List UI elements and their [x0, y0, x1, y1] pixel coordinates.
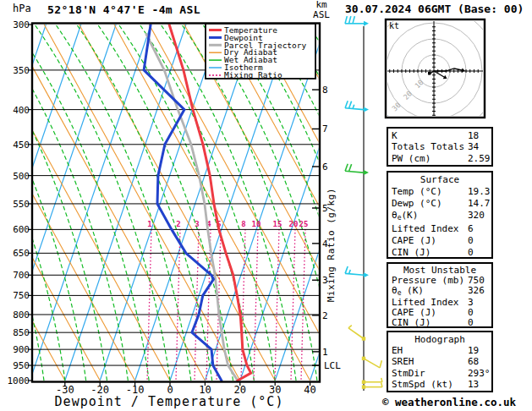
wind-barb-shaft: [364, 359, 380, 368]
panel-row-value: 293°: [468, 368, 491, 379]
panel-row-value: 13: [468, 379, 479, 390]
station-title: 52°18'N 4°47'E -4m ASL: [47, 3, 200, 16]
panel-row: CAPE (J)0: [392, 235, 491, 247]
mixing-ratio-axis-title: Mixing Ratio (g/kg): [326, 188, 337, 302]
panel-row-label: Temp (°C): [392, 186, 442, 197]
panel-box: K18Totals Totals34PW (cm)2.59: [387, 127, 493, 167]
panel-box: HodographEH19SREH68StmDir293°StmSpd (kt)…: [387, 331, 493, 392]
panel-row-label: StmDir: [392, 368, 425, 379]
wind-barb-feather: [349, 101, 352, 108]
wind-barb-shaft: [345, 108, 364, 110]
panel-row-label: CIN (J): [392, 247, 431, 258]
altitude-axis-unit-asl: ASL: [310, 10, 333, 20]
panel-title: Surface: [392, 174, 491, 186]
altitude-tick-label: 8: [322, 85, 328, 96]
hodograph-origin-marker: [428, 72, 431, 75]
mixing-ratio-line: [254, 229, 258, 381]
panel-row-label: SREH: [392, 356, 414, 367]
wind-barb-marker: [364, 272, 369, 277]
mixing-ratio-value-label: 10: [252, 220, 261, 228]
panel-row-label: θe (K): [392, 285, 424, 296]
panel-row-value: 2.59: [468, 153, 491, 164]
legend: TemperatureDewpointParcel TrajectoryDry …: [206, 24, 315, 79]
pressure-tick-label: 500: [13, 171, 30, 182]
mixing-ratio-value-label: 1: [147, 220, 151, 228]
wet-adiabat-line: [14, 25, 149, 381]
wind-barb-feather: [345, 266, 348, 273]
wind-barb-half-feather: [348, 326, 352, 328]
altitude-tick-label: 2: [322, 310, 328, 321]
wind-barb-feather: [345, 164, 348, 171]
wind-barb-marker: [362, 381, 365, 384]
wind-barb: [345, 101, 369, 112]
wind-barb-marker: [362, 357, 365, 360]
panel-row: EH19: [392, 345, 491, 356]
copyright: © weatheronline.co.uk: [382, 396, 516, 408]
legend-item-label: Mixing Ratio: [224, 70, 282, 79]
panel-row: θe(K)320: [392, 210, 491, 224]
mixing-ratio-value-label: 25: [299, 220, 309, 228]
wind-barb-feather: [349, 164, 352, 171]
wet-adiabat-line: [56, 25, 191, 381]
panel-row: StmSpd (kt)13: [392, 379, 491, 390]
panel-row: PW (cm)2.59: [392, 153, 491, 164]
panel-row: StmDir293°: [392, 368, 491, 379]
panel-row-label: Pressure (mb): [392, 275, 464, 286]
panel-row: θe (K)326: [392, 286, 491, 299]
panel-row: K18: [392, 130, 491, 141]
altitude-tick-label: 6: [322, 162, 328, 173]
pressure-tick-label: 700: [13, 270, 30, 281]
panel-row: CIN (J)0: [392, 247, 491, 259]
mixing-ratio-line: [275, 229, 279, 381]
wind-barb-marker: [362, 337, 365, 340]
wind-barb: [345, 16, 369, 26]
isotherm-line: [30, 25, 151, 381]
wind-barb-half-feather: [349, 270, 351, 274]
x-axis-title: Dewpoint / Temperature (°C): [44, 394, 294, 409]
mixing-ratio-value-label: 8: [241, 220, 245, 228]
wind-barb: [362, 357, 382, 368]
panel-row-value: 19: [468, 345, 479, 356]
wind-barb: [345, 164, 369, 175]
wind-barb-shaft: [345, 171, 364, 173]
panel-title: Hodograph: [392, 334, 491, 345]
wind-barb: [362, 378, 382, 384]
panel-row-value: 34: [468, 141, 479, 152]
panel-row-label: K: [392, 130, 398, 141]
pressure-tick-label: 650: [13, 248, 30, 259]
altitude-tick-label: 1: [322, 347, 328, 358]
wind-barb: [345, 266, 369, 277]
wind-barb-marker: [364, 21, 369, 26]
pressure-tick-label: 800: [13, 310, 30, 321]
wind-barb-feather: [345, 101, 348, 107]
pressure-gridlines: [33, 70, 319, 365]
pressure-tick-label: 450: [13, 140, 30, 151]
wind-barb-column: [345, 16, 382, 391]
panel-box: SurfaceTemp (°C)19.3Dewp (°C)14.7θe(K)32…: [387, 171, 493, 259]
panel-row-value: 18: [468, 130, 479, 141]
panel-row-value: 326: [468, 286, 485, 296]
panel-row: Lifted Index6: [392, 223, 491, 235]
pressure-tick-labels: 3003504004505005506006507007508008509009…: [8, 19, 32, 386]
pressure-tick-label: 600: [13, 224, 30, 235]
wind-barb-feather: [380, 360, 381, 368]
skewt-page: 1234581015202530035040045050055060065070…: [0, 0, 532, 411]
wind-barb-marker: [364, 107, 369, 112]
panel-row-value: 6: [468, 223, 474, 235]
wind-barb-shaft: [348, 328, 364, 339]
pressure-axis-unit: hPa: [13, 3, 31, 14]
panel-row: CIN (J)0: [392, 318, 491, 328]
panel-row-value: 68: [468, 356, 479, 367]
temperature-tick-label: 40: [304, 384, 315, 396]
panel-row-label: Dewp (°C): [392, 198, 442, 209]
wind-barb-feather: [353, 16, 354, 24]
panel-row-label: Totals Totals: [392, 141, 464, 152]
panel-row: Totals Totals34: [392, 141, 491, 152]
panel-row-value: 14.7: [468, 198, 491, 210]
panel-row-value: 0: [468, 247, 474, 259]
panel-row: SREH68: [392, 356, 491, 367]
isotherm-line: [0, 25, 11, 381]
panel-row-label: CIN (J): [392, 317, 431, 328]
pressure-tick-label: 550: [13, 199, 30, 210]
panel-row-label: StmSpd (kt): [392, 379, 453, 390]
